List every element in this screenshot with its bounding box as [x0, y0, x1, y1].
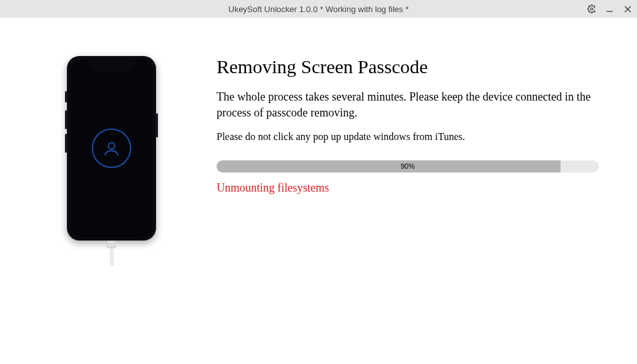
status-text: Unmounting filesystems	[217, 181, 599, 195]
minimize-icon[interactable]	[605, 4, 614, 13]
warning-text: Please do not click any pop up update wi…	[217, 131, 599, 143]
titlebar: UkeySoft Unlocker 1.0.0 * Working with l…	[0, 0, 637, 18]
phone-screen	[71, 60, 152, 237]
cable-icon	[107, 241, 116, 265]
progress-bar-container: 90%	[217, 160, 599, 172]
phone-button-left-2	[65, 110, 67, 129]
settings-icon[interactable]	[587, 4, 596, 13]
close-icon[interactable]	[623, 4, 632, 13]
phone-button-left-3	[65, 134, 67, 153]
window-title: UkeySoft Unlocker 1.0.0 * Working with l…	[229, 4, 409, 14]
svg-point-4	[108, 143, 115, 149]
description-text: The whole process takes several minutes.…	[217, 89, 599, 121]
phone-button-left-1	[65, 91, 67, 102]
svg-point-0	[590, 8, 593, 10]
phone-illustration	[67, 56, 156, 241]
device-column	[25, 56, 197, 241]
main-column: Removing Screen Passcode The whole proce…	[217, 56, 612, 241]
window-controls	[587, 0, 632, 18]
phone-notch	[89, 60, 134, 71]
user-avatar-icon	[92, 129, 131, 168]
phone-button-right	[156, 113, 158, 137]
content-area: Removing Screen Passcode The whole proce…	[0, 18, 637, 241]
progress-label: 90%	[217, 162, 599, 170]
page-title: Removing Screen Passcode	[217, 56, 599, 78]
